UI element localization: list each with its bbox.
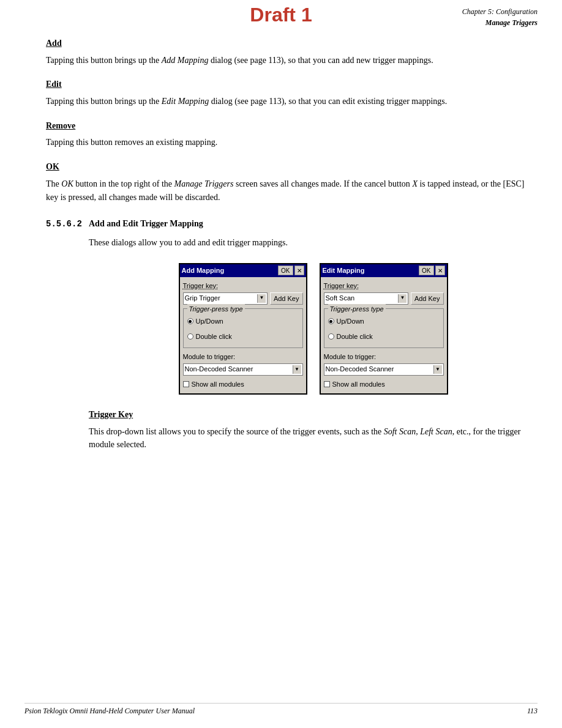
edit-dialog-ok-button[interactable]: OK <box>419 266 433 275</box>
add-show-all-checkbox[interactable] <box>183 381 189 387</box>
add-dialog-body: Trigger key: Grip Trigger ▼ Add Key Trig… <box>180 277 306 393</box>
add-trigger-key-label: Trigger key: <box>183 281 303 291</box>
add-dialog-close-button[interactable]: ✕ <box>294 266 304 275</box>
add-show-all-label: Show all modules <box>192 379 244 390</box>
edit-radio-updown-label: Up/Down <box>337 316 364 327</box>
section-562-intro: These dialogs allow you to add and edit … <box>89 236 538 250</box>
edit-radio-updown[interactable] <box>328 318 334 324</box>
edit-trigger-key-arrow[interactable]: ▼ <box>398 294 407 303</box>
edit-group-legend: Trigger-press type <box>328 304 386 314</box>
section-title: Add and Edit Trigger Mapping <box>89 217 203 231</box>
header-line2: Manage Triggers <box>462 17 538 28</box>
edit-module-row: Non-Decoded Scanner ▼ <box>324 363 444 376</box>
edit-module-dropdown[interactable]: Non-Decoded Scanner ▼ <box>324 363 444 376</box>
edit-trigger-press-group: Trigger-press type Up/Down Double click <box>324 308 444 348</box>
edit-show-all-label: Show all modules <box>332 379 385 390</box>
edit-module-arrow[interactable]: ▼ <box>433 365 442 374</box>
footer-right: 113 <box>527 707 538 716</box>
edit-show-all-checkbox[interactable] <box>324 381 330 387</box>
section-number: 5.5.6.2 <box>46 218 89 231</box>
page-footer: Psion Teklogix Omnii Hand-Held Computer … <box>24 703 538 716</box>
edit-dialog-buttons: OK ✕ <box>419 266 444 275</box>
add-group-legend: Trigger-press type <box>187 304 245 314</box>
para-trigger-key: This drop-down list allows you to specif… <box>89 425 538 451</box>
dialogs-row: Add Mapping OK ✕ Trigger key: Grip Trigg… <box>89 263 538 395</box>
page-header: Chapter 5: Configuration Manage Triggers <box>462 6 538 28</box>
para-edit: Tapping this button brings up the Edit M… <box>46 95 538 108</box>
edit-module-label: Module to trigger: <box>324 352 444 362</box>
main-content: Add Tapping this button brings up the Ad… <box>46 37 538 451</box>
edit-trigger-key-label: Trigger key: <box>324 281 444 291</box>
heading-remove: Remove <box>46 119 538 133</box>
add-trigger-key-dropdown[interactable]: Grip Trigger ▼ <box>183 292 268 305</box>
edit-module-value: Non-Decoded Scanner <box>326 364 433 374</box>
heading-edit: Edit <box>46 78 538 91</box>
section-562-row: 5.5.6.2 Add and Edit Trigger Mapping <box>46 217 538 231</box>
add-show-all-row: Show all modules <box>183 379 303 390</box>
add-mapping-dialog: Add Mapping OK ✕ Trigger key: Grip Trigg… <box>179 263 307 395</box>
para-remove: Tapping this button removes an existing … <box>46 136 538 149</box>
edit-dialog-title: Edit Mapping <box>323 266 419 276</box>
edit-dialog-titlebar: Edit Mapping OK ✕ <box>321 264 447 277</box>
add-trigger-key-row: Grip Trigger ▼ Add Key <box>183 292 303 305</box>
add-module-value: Non-Decoded Scanner <box>185 364 293 374</box>
add-module-row: Non-Decoded Scanner ▼ <box>183 363 303 376</box>
edit-radio-doubleclick-label: Double click <box>337 332 373 342</box>
edit-dialog-close-button[interactable]: ✕ <box>435 266 445 275</box>
add-dialog-title: Add Mapping <box>182 266 279 276</box>
para-add: Tapping this button brings up the Add Ma… <box>46 54 538 67</box>
add-module-arrow[interactable]: ▼ <box>293 365 301 374</box>
header-line1: Chapter 5: Configuration <box>462 6 538 17</box>
edit-trigger-key-row: Soft Scan ▼ Add Key <box>324 292 444 305</box>
edit-radio-updown-row: Up/Down <box>328 316 440 327</box>
edit-trigger-key-dropdown[interactable]: Soft Scan ▼ <box>324 292 408 305</box>
add-radio-doubleclick-row: Double click <box>187 332 299 342</box>
add-radio-updown-label: Up/Down <box>196 316 223 327</box>
edit-trigger-key-value: Soft Scan <box>326 293 398 303</box>
edit-radio-doubleclick[interactable] <box>328 333 334 340</box>
add-dialog-ok-button[interactable]: OK <box>278 266 293 275</box>
heading-trigger-key: Trigger Key <box>89 408 538 422</box>
heading-add: Add <box>46 37 538 50</box>
edit-mapping-dialog: Edit Mapping OK ✕ Trigger key: Soft Scan… <box>320 263 448 395</box>
add-radio-doubleclick-label: Double click <box>196 332 232 342</box>
heading-ok: OK <box>46 160 538 174</box>
edit-dialog-body: Trigger key: Soft Scan ▼ Add Key Trigger… <box>321 277 447 393</box>
add-radio-updown[interactable] <box>187 318 193 324</box>
edit-add-key-button[interactable]: Add Key <box>411 292 444 305</box>
add-radio-doubleclick[interactable] <box>187 333 193 340</box>
add-trigger-key-value: Grip Trigger <box>185 293 257 303</box>
add-dialog-titlebar: Add Mapping OK ✕ <box>180 264 306 277</box>
add-dialog-buttons: OK ✕ <box>278 266 304 275</box>
add-key-button[interactable]: Add Key <box>270 292 303 305</box>
add-module-label: Module to trigger: <box>183 352 303 362</box>
add-module-dropdown[interactable]: Non-Decoded Scanner ▼ <box>183 363 303 376</box>
edit-show-all-row: Show all modules <box>324 379 444 390</box>
section-562-body: These dialogs allow you to add and edit … <box>89 236 538 451</box>
para-ok: The OK button in the top right of the Ma… <box>46 177 538 204</box>
footer-left: Psion Teklogix Omnii Hand-Held Computer … <box>24 707 195 716</box>
add-trigger-key-arrow[interactable]: ▼ <box>257 294 266 303</box>
edit-radio-doubleclick-row: Double click <box>328 332 440 342</box>
add-trigger-press-group: Trigger-press type Up/Down Double click <box>183 308 303 348</box>
add-radio-updown-row: Up/Down <box>187 316 299 327</box>
